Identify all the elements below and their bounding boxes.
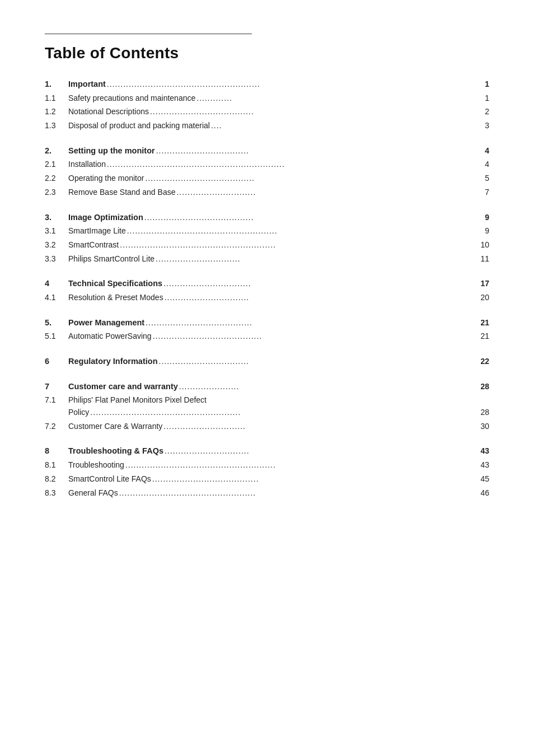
subsection-page: 46 xyxy=(474,487,489,500)
top-rule xyxy=(45,34,252,34)
subsection-page: 5 xyxy=(474,172,489,185)
section-number: 2. xyxy=(45,144,68,157)
subsection-number: 7.2 xyxy=(45,421,68,433)
subsection-page: 20 xyxy=(474,292,489,304)
section-page: 21 xyxy=(474,317,489,329)
subsection-label: SmartImage Lite xyxy=(68,225,126,237)
toc-sub-entry: 2.3Remove Base Stand and Base...........… xyxy=(45,186,489,199)
subsection-number: 3.3 xyxy=(45,253,68,265)
section-number: 6 xyxy=(45,355,68,367)
subsection-label: Customer Care & Warranty xyxy=(68,421,162,433)
subsection-label: SmartControl Lite FAQs xyxy=(68,473,151,486)
toc-sub-entry: 3.1SmartImage Lite......................… xyxy=(45,225,489,237)
toc-main-entry: 6Regulatory Information.................… xyxy=(45,355,489,368)
section-page: 4 xyxy=(474,145,489,157)
subsection-number: 3.2 xyxy=(45,239,68,251)
toc-main-entry: 5.Power Management......................… xyxy=(45,316,489,329)
section-group-s2: 2.Setting up the monitor................… xyxy=(45,144,489,199)
section-label: Regulatory Information xyxy=(68,355,158,367)
toc-main-entry: 7Customer care and warranty ............… xyxy=(45,380,489,393)
toc-sub-entry: 2.1Installation.........................… xyxy=(45,158,489,171)
subsection-number: 7.1 xyxy=(45,394,68,407)
section-page: 22 xyxy=(474,356,489,368)
section-page: 9 xyxy=(474,212,489,224)
subsection-page: 3 xyxy=(474,120,489,132)
subsection-page: 45 xyxy=(474,473,489,486)
dots: ................................. xyxy=(158,356,474,368)
subsection-number: 1.2 xyxy=(45,106,68,118)
section-group-s8: 8Troubleshooting & FAQs ................… xyxy=(45,445,489,499)
subsection-page: 43 xyxy=(474,459,489,472)
toc-sub-entry: 1.2Notational Descriptions..............… xyxy=(45,106,489,118)
toc-sub-entry: 4.1Resolution & Preset Modes............… xyxy=(45,292,489,304)
subsection-page: 2 xyxy=(474,106,489,118)
section-number: 7 xyxy=(45,380,68,393)
subsection-label: Disposal of product and packing material xyxy=(68,120,210,132)
subsection-label: Philips SmartControl Lite xyxy=(68,253,154,265)
subsection-page: 1 xyxy=(474,92,489,105)
dots: ........................................ xyxy=(152,330,474,343)
dots: ....................................... xyxy=(144,317,474,329)
toc-sub-entry: 8.3General FAQs ........................… xyxy=(45,487,489,500)
subsection-number: 5.1 xyxy=(45,330,68,343)
dots: ................................ xyxy=(162,278,474,290)
dots: .................................. xyxy=(155,145,474,157)
dots: ........................................ xyxy=(143,212,474,224)
dots: ........................................… xyxy=(119,239,474,251)
subsection-number: 8.2 xyxy=(45,473,68,486)
subsection-number: 8.3 xyxy=(45,487,68,500)
dots: ............................... xyxy=(154,253,474,265)
subsection-label-line1: Philips' Flat Panel Monitors Pixel Defec… xyxy=(68,394,207,407)
subsection-label: Automatic PowerSaving xyxy=(68,330,152,343)
toc-content: 1.Important.............................… xyxy=(45,78,489,499)
toc-main-entry: 1.Important.............................… xyxy=(45,78,489,91)
subsection-label: Safety precautions and maintenance xyxy=(68,92,195,105)
dots: ....................................... xyxy=(151,473,474,486)
section-label: Image Optimization xyxy=(68,211,143,223)
subsection-number: 2.1 xyxy=(45,158,68,171)
subsection-number: 8.1 xyxy=(45,459,68,472)
subsection-label: Remove Base Stand and Base xyxy=(68,186,175,199)
section-number: 1. xyxy=(45,78,68,90)
toc-sub-entry: 3.3Philips SmartControl Lite ...........… xyxy=(45,253,489,265)
section-group-s5: 5.Power Management......................… xyxy=(45,316,489,343)
subsection-page: 30 xyxy=(474,421,489,433)
dots: ...................... xyxy=(178,381,474,393)
section-label: Important xyxy=(68,78,106,90)
subsection-page: 10 xyxy=(474,239,489,251)
dots: ........................................… xyxy=(124,459,474,472)
toc-main-entry: 4Technical Specifications...............… xyxy=(45,277,489,290)
toc-main-entry: 2.Setting up the monitor................… xyxy=(45,144,489,157)
toc-main-entry: 8Troubleshooting & FAQs ................… xyxy=(45,445,489,458)
page-container: Table of Contents 1.Important...........… xyxy=(0,0,534,545)
toc-sub-entry: 2.2Operating the monitor................… xyxy=(45,172,489,185)
toc-main-entry: 3.Image Optimization....................… xyxy=(45,211,489,224)
subsection-page: 11 xyxy=(474,253,489,265)
toc-sub-entry: 7.1Philips' Flat Panel Monitors Pixel De… xyxy=(45,394,489,418)
section-group-s3: 3.Image Optimization....................… xyxy=(45,211,489,265)
subsection-page: 28 xyxy=(474,407,489,419)
section-group-s6: 6Regulatory Information.................… xyxy=(45,355,489,368)
section-group-s4: 4Technical Specifications...............… xyxy=(45,277,489,304)
toc-sub-entry: 7.2Customer Care & Warranty.............… xyxy=(45,421,489,433)
dots: ........................................… xyxy=(106,158,474,171)
toc-sub-entry: 5.1Automatic PowerSaving................… xyxy=(45,330,489,343)
subsection-label: Resolution & Preset Modes xyxy=(68,292,163,304)
subsection-label: Notational Descriptions xyxy=(68,106,149,118)
section-group-s7: 7Customer care and warranty ............… xyxy=(45,380,489,433)
toc-sub-entry: 1.3Disposal of product and packing mater… xyxy=(45,120,489,132)
dots: ............................... xyxy=(163,445,474,458)
section-number: 8 xyxy=(45,445,68,457)
dots: ............. xyxy=(195,92,474,105)
section-label: Technical Specifications xyxy=(68,277,162,290)
subsection-label: Operating the monitor xyxy=(68,172,144,185)
subsection-label: Troubleshooting xyxy=(68,459,124,472)
toc-sub-entry: 3.2SmartContrast........................… xyxy=(45,239,489,251)
section-page: 43 xyxy=(474,445,489,458)
subsection-number: 2.3 xyxy=(45,186,68,199)
section-label: Customer care and warranty xyxy=(68,380,178,393)
subsection-label: Installation xyxy=(68,158,106,171)
toc-sub-entry: 1.1Safety precautions and maintenance...… xyxy=(45,92,489,105)
dots: ...................................... xyxy=(149,106,474,118)
subsection-page: 9 xyxy=(474,225,489,237)
